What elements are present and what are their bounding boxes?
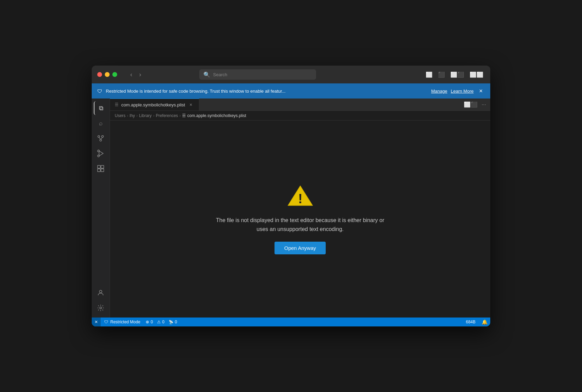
svg-rect-11 bbox=[101, 169, 104, 172]
editor-content: ! The file is not displayed in the text … bbox=[110, 120, 490, 318]
restricted-mode-status[interactable]: 🛡 Restricted Mode bbox=[101, 318, 144, 326]
file-size-status[interactable]: 684B bbox=[462, 320, 479, 324]
breadcrumb-lhy[interactable]: lhy bbox=[130, 113, 135, 118]
status-bar-left: ✕ 🛡 Restricted Mode ⊗ 0 ⚠ 0 📡 0 bbox=[92, 318, 179, 326]
errors-count: 0 bbox=[150, 320, 153, 324]
sidebar-item-run-debug[interactable] bbox=[94, 147, 108, 160]
breadcrumb-users[interactable]: Users bbox=[115, 113, 125, 118]
main-area: ⧉ ⌕ bbox=[92, 99, 490, 318]
sidebar-item-extensions[interactable] bbox=[94, 162, 108, 175]
tab-filename: com.apple.symbolichotkeys.plist bbox=[121, 102, 185, 107]
editor-tab[interactable]: ☰ com.apple.symbolichotkeys.plist × bbox=[110, 99, 199, 111]
more-actions-button[interactable]: ··· bbox=[480, 100, 488, 109]
svg-line-4 bbox=[101, 137, 103, 139]
notifications-bell[interactable]: 🔔 bbox=[479, 319, 490, 325]
breadcrumb-sep-4: › bbox=[179, 113, 181, 118]
maximize-button[interactable] bbox=[112, 72, 117, 77]
banner-text: Restricted Mode is intended for safe cod… bbox=[106, 89, 428, 94]
open-anyway-button[interactable]: Open Anyway bbox=[275, 242, 326, 254]
settings-gear-icon bbox=[97, 304, 104, 312]
svg-point-13 bbox=[100, 307, 102, 309]
banner-shield-icon: 🛡 bbox=[97, 88, 102, 94]
status-toggle-button[interactable]: ✕ bbox=[92, 318, 101, 326]
activity-bar: ⧉ ⌕ bbox=[92, 99, 110, 318]
layout-buttons: ⬜ ⬛ ⬜⬛ ⬜⬜ bbox=[424, 70, 485, 79]
breadcrumb-filename[interactable]: ☰ com.apple.symbolichotkeys.plist bbox=[182, 113, 246, 118]
layout-button-2[interactable]: ⬛ bbox=[437, 70, 446, 79]
warning-triangle-icon: ! bbox=[287, 184, 314, 208]
svg-marker-5 bbox=[99, 151, 103, 156]
activity-bar-bottom bbox=[94, 286, 108, 315]
breadcrumb: Users › lhy › Library › Preferences › ☰ … bbox=[110, 111, 490, 120]
banner-close-button[interactable]: × bbox=[477, 87, 485, 95]
svg-point-2 bbox=[100, 139, 102, 141]
tab-bar-actions: ⬜⬛ ··· bbox=[462, 99, 490, 111]
svg-rect-9 bbox=[101, 165, 104, 168]
navigation-buttons: ‹ › bbox=[128, 70, 143, 79]
status-bar-right: 684B 🔔 bbox=[462, 318, 490, 326]
breadcrumb-preferences[interactable]: Preferences bbox=[156, 113, 178, 118]
editor-warning-message: The file is not displayed in the text ed… bbox=[216, 216, 384, 233]
breadcrumb-sep-3: › bbox=[153, 113, 154, 118]
titlebar: ‹ › 🔍 ⬜ ⬛ ⬜⬛ ⬜⬜ bbox=[92, 66, 490, 83]
editor-area: ☰ com.apple.symbolichotkeys.plist × ⬜⬛ ·… bbox=[110, 99, 490, 318]
warnings-icon: ⚠ bbox=[157, 320, 161, 324]
search-sidebar-icon: ⌕ bbox=[99, 120, 103, 127]
warnings-status[interactable]: ⚠ 0 bbox=[155, 318, 167, 326]
sidebar-item-search[interactable]: ⌕ bbox=[94, 116, 108, 130]
svg-point-0 bbox=[98, 136, 100, 138]
extensions-icon bbox=[97, 165, 104, 172]
svg-point-12 bbox=[99, 290, 102, 293]
status-toggle-icon: ✕ bbox=[94, 320, 98, 324]
sidebar-item-settings[interactable] bbox=[94, 301, 108, 315]
forward-button[interactable]: › bbox=[137, 70, 143, 79]
restricted-mode-label: Restricted Mode bbox=[110, 320, 140, 324]
restricted-shield-icon: 🛡 bbox=[104, 320, 108, 324]
svg-line-3 bbox=[99, 137, 101, 139]
run-debug-icon bbox=[97, 150, 104, 157]
breadcrumb-library[interactable]: Library bbox=[139, 113, 152, 118]
tab-bar: ☰ com.apple.symbolichotkeys.plist × ⬜⬛ ·… bbox=[110, 99, 490, 111]
split-editor-button[interactable]: ⬜⬛ bbox=[462, 100, 479, 109]
layout-button-3[interactable]: ⬜⬛ bbox=[449, 70, 466, 79]
source-control-icon bbox=[97, 135, 104, 142]
explorer-icon: ⧉ bbox=[99, 105, 103, 112]
tab-close-button[interactable]: × bbox=[188, 102, 194, 108]
errors-status[interactable]: ⊗ 0 bbox=[144, 318, 155, 326]
svg-text:!: ! bbox=[298, 191, 302, 206]
search-input[interactable] bbox=[213, 72, 312, 77]
svg-point-1 bbox=[102, 136, 104, 138]
ports-icon: 📡 bbox=[169, 320, 174, 324]
breadcrumb-file-icon: ☰ bbox=[182, 113, 186, 118]
sidebar-item-explorer[interactable]: ⧉ bbox=[94, 101, 108, 115]
accounts-icon bbox=[97, 289, 104, 297]
learn-more-link[interactable]: Learn More bbox=[451, 89, 473, 94]
breadcrumb-sep-1: › bbox=[127, 113, 128, 118]
manage-link[interactable]: Manage bbox=[431, 89, 447, 94]
search-icon: 🔍 bbox=[203, 71, 210, 78]
layout-button-4[interactable]: ⬜⬜ bbox=[468, 70, 485, 79]
search-bar[interactable]: 🔍 bbox=[199, 69, 316, 80]
errors-icon: ⊗ bbox=[146, 320, 149, 324]
warnings-count: 0 bbox=[162, 320, 165, 324]
layout-button-1[interactable]: ⬜ bbox=[424, 70, 434, 79]
ports-count: 0 bbox=[175, 320, 177, 324]
breadcrumb-sep-2: › bbox=[136, 113, 138, 118]
ports-status[interactable]: 📡 0 bbox=[167, 318, 179, 326]
traffic-lights bbox=[97, 72, 117, 77]
sidebar-item-accounts[interactable] bbox=[94, 286, 108, 300]
restricted-mode-banner: 🛡 Restricted Mode is intended for safe c… bbox=[92, 83, 490, 99]
minimize-button[interactable] bbox=[105, 72, 110, 77]
svg-rect-10 bbox=[98, 169, 100, 172]
back-button[interactable]: ‹ bbox=[128, 70, 134, 79]
vscode-window: ‹ › 🔍 ⬜ ⬛ ⬜⬛ ⬜⬜ 🛡 Restricted Mode is int… bbox=[92, 66, 490, 326]
tab-file-icon: ☰ bbox=[115, 102, 119, 107]
sidebar-item-source-control[interactable] bbox=[94, 131, 108, 145]
close-button[interactable] bbox=[97, 72, 102, 77]
breadcrumb-filename-text: com.apple.symbolichotkeys.plist bbox=[187, 113, 246, 118]
status-bar: ✕ 🛡 Restricted Mode ⊗ 0 ⚠ 0 📡 0 684B 🔔 bbox=[92, 318, 490, 326]
svg-rect-8 bbox=[98, 165, 100, 168]
